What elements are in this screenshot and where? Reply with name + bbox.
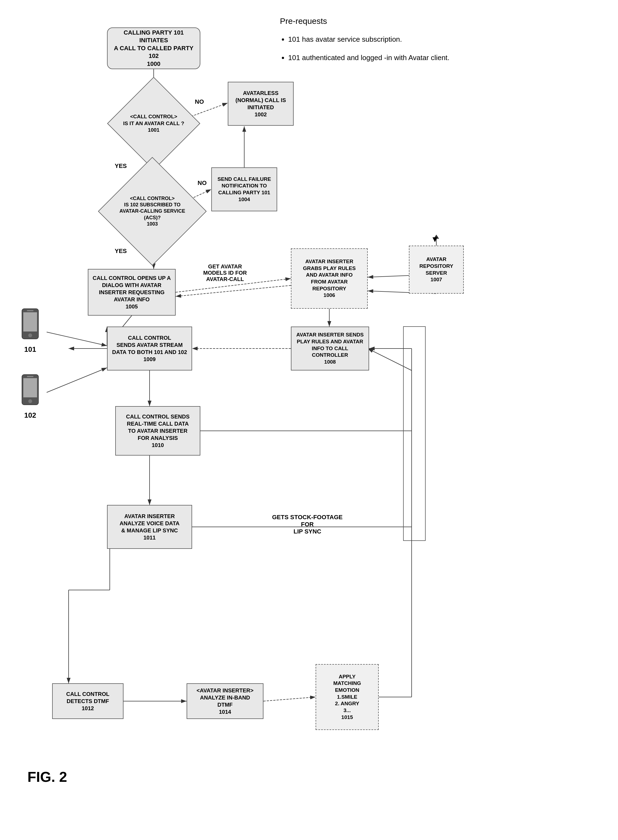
bullet-1: 101 has avatar service subscription. <box>288 33 450 46</box>
box-1009: CALL CONTROLSENDS AVATAR STREAMDATA TO B… <box>107 327 192 371</box>
svg-rect-43 <box>403 327 425 540</box>
box-1007: AVATARREPOSITORYSERVER1007 <box>409 246 464 294</box>
svg-point-36 <box>28 334 32 337</box>
box-1004: SEND CALL FAILURENOTIFICATION TOCALLING … <box>211 168 277 211</box>
diagram-container: Pre-requests 101 has avatar service subs… <box>0 0 618 840</box>
svg-point-40 <box>28 399 32 403</box>
box-1015: APPLYMATCHINGEMOTION1.SMILE2. ANGRY3...1… <box>316 664 379 730</box>
diamond-1003-text: <CALL CONTROL>IS 102 SUBSCRIBED TOAVATAR… <box>119 195 185 227</box>
box-1006: AVATAR INSERTERGRABS PLAY RULESAND AVATA… <box>291 248 368 309</box>
pre-requests-heading: Pre-requests <box>280 16 327 26</box>
svg-line-17 <box>47 332 107 346</box>
box-1005: CALL CONTROL OPENS UP ADIALOG WITH AVATA… <box>88 269 175 316</box>
box-1008: AVATAR INSERTER SENDSPLAY RULES AND AVAT… <box>291 327 369 371</box>
phone-label-102: 102 <box>19 411 41 420</box>
box-1000: CALLING PARTY 101 INITIATES A CALL TO CA… <box>107 27 201 69</box>
svg-line-30 <box>263 697 316 701</box>
svg-line-9 <box>175 285 291 296</box>
box-1012: CALL CONTROLDETECTS DTMF1012 <box>52 683 123 719</box>
diamond-1003: <CALL CONTROL>IS 102 SUBSCRIBED TOAVATAR… <box>110 169 195 254</box>
phone-101: 101 <box>19 307 41 354</box>
box-1014: <AVATAR INSERTER>ANALYZE IN-BANDDTMF1014 <box>187 683 263 719</box>
diamond-1001: <CALL CONTROL>IS IT AN AVATAR CALL ?1001 <box>115 85 192 162</box>
svg-line-23 <box>368 349 412 371</box>
phone-102: 102 <box>19 373 41 420</box>
svg-rect-39 <box>23 378 37 397</box>
label-no2: NO <box>198 180 206 187</box>
label-no1: NO <box>195 98 204 105</box>
figure-label: FIG. 2 <box>27 769 67 785</box>
svg-rect-41 <box>27 376 33 377</box>
box-1011: AVATAR INSERTERANALYZE VOICE DATA& MANAG… <box>107 505 192 549</box>
chevron-1007: ▼ <box>431 234 439 244</box>
pre-requests-list: 101 has avatar service subscription. 101… <box>280 33 450 70</box>
phone-label-101: 101 <box>19 345 41 354</box>
box-1002: AVATARLESS(NORMAL) CALL ISINITIATED1002 <box>228 82 294 126</box>
diamond-1001-text: <CALL CONTROL>IS IT AN AVATAR CALL ?1001 <box>123 113 184 134</box>
bullet-2: 101 authenticated and logged -in with Av… <box>288 51 450 64</box>
arrow-label-get-avatar: GET AVATARMODELS ID FORAVATAR-CALL <box>198 263 253 282</box>
svg-line-18 <box>47 368 107 392</box>
svg-rect-35 <box>23 312 37 331</box>
arrow-label-stock-footage: GETS STOCK-FOOTAGE FORLIP SYNC <box>269 514 346 535</box>
box-1010: CALL CONTROL SENDSREAL-TIME CALL DATATO … <box>115 406 201 456</box>
svg-rect-37 <box>27 310 33 311</box>
